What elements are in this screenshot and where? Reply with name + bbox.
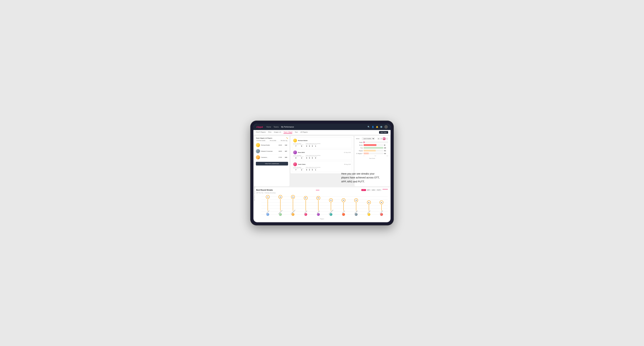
- rank-badge: 1: [258, 146, 260, 147]
- card-name: Richard Butler: [298, 140, 308, 141]
- tab-hcaps[interactable]: Hcaps 1-5: [274, 131, 281, 134]
- bar-label: Bogeys: [356, 150, 363, 151]
- tab-pgat[interactable]: PGAT Players: [256, 131, 266, 134]
- avatar: [293, 139, 297, 142]
- bar-row-birdies: Birdies 96: [356, 144, 388, 146]
- nav-my-performance[interactable]: My Performance: [281, 126, 294, 128]
- streak-bar-wrapper: 4x: [342, 198, 346, 211]
- bar-row-bogeys: Bogeys 311: [356, 150, 388, 152]
- table-headers: PLAYER NAME PB SCORE PB AVG SQ: [256, 140, 288, 142]
- team-title: Team Clippd | 14 Players: [256, 137, 272, 139]
- arg-val: 0: [311, 169, 314, 171]
- streak-bubble: 4x: [354, 198, 358, 202]
- avatar[interactable]: [384, 125, 388, 129]
- player-name: Richard Butler: [261, 144, 276, 146]
- streak-bar-col: 3xC. Quick: [377, 195, 386, 216]
- streak-bar-col: 5xR. Britt: [314, 195, 323, 216]
- player-score: 17/20: [278, 157, 283, 158]
- player-card: Josh Coles 26 Aug 2023 Total Rounds Tour…: [292, 161, 352, 172]
- metric-tab-putt[interactable]: PUTT: [376, 189, 382, 191]
- card-stats: Total Rounds Tournament 7 Practice: [293, 143, 351, 147]
- col-pb-avg: PB AVG SQ: [281, 140, 287, 141]
- practice-col: Practice 2: [300, 168, 304, 171]
- axis-label: 0: [364, 155, 364, 156]
- app-val: 0: [308, 157, 310, 159]
- nav-teams[interactable]: Teams: [274, 126, 278, 128]
- streak-bar-col: 5xJ. Coles: [301, 195, 310, 216]
- app-value: 0: [308, 145, 310, 147]
- view-icons: ⊞ ≡ 📊 ↕: [377, 138, 388, 140]
- bar-value: 311: [384, 150, 388, 151]
- tab-pga[interactable]: PGA: [268, 131, 272, 134]
- show-select[interactable]: Last 3 months: [362, 137, 375, 140]
- add-team-button[interactable]: Add Team: [379, 131, 388, 134]
- bottom-header: Best Round Streaks OTT APP ARG PUTT: [256, 189, 388, 191]
- app-col: APP 0: [308, 168, 310, 171]
- bell-icon[interactable]: 🔔: [376, 126, 378, 128]
- tournament-col: Tournament 7: [293, 144, 299, 147]
- user-icon[interactable]: 👤: [372, 126, 374, 128]
- nav-home[interactable]: Home: [266, 126, 271, 128]
- sub-nav-links: PGAT Players PGA Hcaps 1-5 Team Clippd T…: [256, 131, 308, 134]
- streak-bars: 7xE. Ewert6xB. McHerg6xD. Billingham5xJ.…: [262, 195, 388, 216]
- practice-activities: Total Practice Activities OTT 0 APP: [306, 167, 320, 171]
- bar-value: 131: [384, 153, 388, 154]
- bar-row-eagles: Eagles 3: [356, 141, 388, 143]
- player-name: Cameron...: [261, 157, 276, 158]
- streak-bubble: 6x: [291, 195, 295, 199]
- show-label: Show: [356, 138, 360, 140]
- ott-col: OTT 0: [306, 144, 308, 147]
- top-nav: clippd Home Teams My Performance 🔍 👤 🔔 ⚙…: [254, 124, 390, 130]
- putt-col: PUTT 0: [314, 156, 317, 159]
- streak-bar-wrapper: 4x: [354, 198, 358, 211]
- streak-line: [356, 202, 356, 211]
- tab-team-clippd[interactable]: Team Clippd: [284, 131, 292, 134]
- bar-track: [364, 144, 383, 146]
- streak-bar-wrapper: 3x: [367, 200, 371, 211]
- rounds-stat: Total Rounds Tournament 8 Practice: [293, 155, 304, 159]
- rounds-stat: Total Rounds Tournament 7 Practice: [293, 143, 304, 147]
- metric-tab-app[interactable]: APP: [366, 189, 371, 191]
- streak-bar-wrapper: 5x: [316, 196, 320, 211]
- grid-view-button[interactable]: ⊞: [377, 138, 380, 140]
- bar-track: 3: [364, 141, 388, 143]
- list-view-button[interactable]: ≡: [380, 138, 382, 140]
- practice-value: 6: [300, 145, 304, 147]
- search-icon[interactable]: 🔍: [368, 126, 370, 128]
- view-leaderboard-button[interactable]: View Full Leaderboard: [256, 162, 288, 166]
- tab-all-players[interactable]: All Players: [300, 131, 308, 134]
- streak-line: [280, 199, 280, 211]
- rounds-stat: Total Rounds Tournament 7 Practice: [293, 167, 304, 171]
- streak-bar-col: 4xD. Ford: [339, 195, 348, 216]
- card-name: Rees Britt: [298, 152, 305, 153]
- card-header: Josh Coles 26 Aug 2023: [293, 162, 351, 166]
- chart-x-label: Total Shots: [356, 158, 388, 159]
- chart-view-button[interactable]: 📊: [383, 138, 385, 140]
- metric-tabs: OTT APP ARG PUTT: [362, 189, 388, 191]
- team-header: Team Clippd | 14 Players ✏️: [256, 137, 288, 139]
- metric-tab-ott[interactable]: OTT: [362, 189, 366, 191]
- bar-label: Eagles: [356, 142, 363, 143]
- streak-line: [306, 200, 306, 211]
- streak-bubble: 7x: [266, 195, 270, 199]
- edit-icon[interactable]: ✏️: [286, 137, 288, 139]
- card-header: Rees Britt 02 Sep 2023: [293, 151, 351, 154]
- filter-view-button[interactable]: ↕: [386, 138, 388, 140]
- bar-label: Pars: [356, 147, 363, 149]
- tournament-value: 8: [293, 157, 299, 159]
- bar-fill: [364, 141, 364, 143]
- rank-badge: 3: [258, 158, 260, 159]
- bar-value: 3: [364, 142, 365, 143]
- streak-bubble: 5x: [304, 196, 308, 200]
- metric-tab-arg[interactable]: ARG: [371, 189, 376, 191]
- streak-line: [381, 205, 382, 211]
- practice-value: 4: [300, 157, 304, 159]
- streak-bar-wrapper: 7x: [266, 195, 270, 211]
- tab-tour[interactable]: Tour: [295, 131, 298, 134]
- card-date: 02 Sep 2023: [344, 152, 351, 153]
- player-avatar-small: [317, 213, 320, 216]
- app-col: APP 0: [308, 156, 310, 159]
- streak-line: [268, 199, 268, 211]
- nav-right: 🔍 👤 🔔 ⚙️: [368, 125, 388, 129]
- settings-icon[interactable]: ⚙️: [380, 126, 382, 128]
